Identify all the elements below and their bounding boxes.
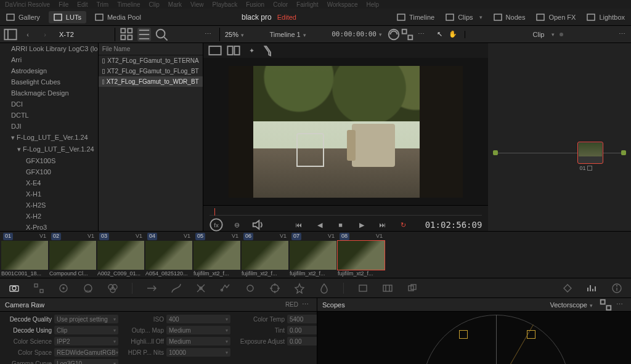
- play-icon[interactable]: ▶: [355, 218, 368, 232]
- node-menu-icon[interactable]: ⋯: [615, 28, 629, 41]
- magic-mask-icon[interactable]: [294, 283, 305, 294]
- clip-thumb[interactable]: 03V1A002_C009_01...: [97, 233, 144, 277]
- search-icon[interactable]: [155, 28, 168, 41]
- tree-item[interactable]: ARRI Look Library LogC3 (log-to...: [0, 43, 98, 54]
- view-list-icon[interactable]: [137, 28, 151, 41]
- warper-icon[interactable]: [195, 283, 206, 294]
- stop-icon[interactable]: ■: [334, 218, 348, 232]
- tree-item[interactable]: Arri: [0, 54, 98, 65]
- menu-workspace[interactable]: Workspace: [327, 1, 358, 8]
- clip-thumb[interactable]: 08V1fujifilm_xt2_f...: [338, 233, 385, 277]
- blur-icon[interactable]: [319, 283, 330, 294]
- node-input[interactable]: [493, 150, 498, 155]
- timeline-name[interactable]: Timeline 1: [269, 31, 300, 38]
- tree-item[interactable]: Astrodesign: [0, 65, 98, 76]
- menu-file[interactable]: File: [59, 1, 68, 8]
- openfx-button[interactable]: Open FX: [536, 13, 576, 22]
- clip-thumb[interactable]: 05V1fujifilm_xt2_f...: [193, 233, 240, 277]
- sidebar-toggle-icon[interactable]: [4, 28, 17, 41]
- viewer-tc-in[interactable]: 00:00:00:00: [332, 30, 377, 38]
- raw-field[interactable]: Medium▾: [166, 326, 230, 334]
- vectorscope[interactable]: [317, 312, 631, 364]
- sizing-icon[interactable]: [382, 283, 393, 294]
- corrector-node[interactable]: [577, 142, 603, 164]
- file-list[interactable]: File Name XT2_FLog_FGamut_to_ETERNAXT2_F…: [99, 43, 203, 231]
- menu-clip[interactable]: Clip: [149, 1, 160, 8]
- raw-field[interactable]: Clip▾: [54, 326, 118, 334]
- first-frame-icon[interactable]: ⏮: [292, 218, 306, 232]
- scopes-icon[interactable]: [587, 283, 598, 294]
- menu-help[interactable]: Help: [366, 1, 379, 8]
- expand-icon[interactable]: [401, 28, 414, 41]
- menu-view[interactable]: View: [190, 1, 204, 8]
- file-row[interactable]: XT2_FLog_FGamut_to_ETERNA: [99, 55, 203, 66]
- tree-item[interactable]: Blackmagic Design: [0, 87, 98, 99]
- pointer-icon[interactable]: ↖: [433, 28, 446, 41]
- camera-raw-tool-icon[interactable]: [9, 283, 20, 294]
- raw-field[interactable]: Log3G10▾: [54, 359, 118, 364]
- tracking-icon[interactable]: [269, 283, 280, 294]
- tree-item[interactable]: X-H2S: [0, 200, 98, 211]
- tree-item[interactable]: DCTL: [0, 110, 98, 121]
- raw-field[interactable]: REDWideGamutRGB▾: [54, 348, 118, 357]
- qualifier-viewer-icon[interactable]: [264, 44, 277, 57]
- timecode[interactable]: 01:02:56:09: [425, 220, 482, 230]
- fx-bypass-icon[interactable]: fx: [210, 218, 223, 232]
- breadcrumb[interactable]: X-T2: [55, 30, 78, 39]
- raw-field[interactable]: Medium▾: [166, 337, 230, 346]
- next-frame-icon[interactable]: ⏭: [376, 218, 389, 232]
- node-editor[interactable]: 01: [488, 43, 631, 231]
- scrubber[interactable]: [210, 208, 482, 216]
- 3d-icon[interactable]: [407, 283, 418, 294]
- clip-thumb[interactable]: 02V1Compound Cl...: [49, 233, 96, 277]
- menu-mark[interactable]: Mark: [168, 1, 182, 8]
- mediapool-button[interactable]: Media Pool: [95, 13, 141, 22]
- hand-icon[interactable]: ✋: [446, 28, 460, 41]
- menu-fusion[interactable]: Fusion: [246, 1, 264, 8]
- menu-color[interactable]: Color: [273, 1, 288, 8]
- menu-davinciresolve[interactable]: DaVinci Resolve: [5, 1, 50, 8]
- panel-menu-icon[interactable]: ⋯: [201, 28, 214, 41]
- motion-icon[interactable]: [146, 283, 157, 294]
- bypass-icon[interactable]: [387, 28, 401, 41]
- loop-playback-icon[interactable]: ↻: [397, 218, 410, 232]
- windows-icon[interactable]: [245, 283, 256, 294]
- keyframes-icon[interactable]: [562, 283, 573, 294]
- highlight-icon[interactable]: ✦: [245, 44, 259, 57]
- gallery-button[interactable]: Gallery: [6, 13, 40, 22]
- scope-opts-icon[interactable]: [599, 298, 613, 312]
- clip-thumb[interactable]: 07V1fujifilm_xt2_f...: [290, 233, 336, 277]
- raw-field[interactable]: 10000▾: [166, 348, 230, 357]
- rgb-mixer-icon[interactable]: [107, 283, 118, 294]
- nav-back-icon[interactable]: ‹: [21, 28, 35, 41]
- menu-edit[interactable]: Edit: [77, 1, 88, 8]
- tree-item[interactable]: DCI: [0, 99, 98, 110]
- viewer-frame[interactable]: [203, 58, 489, 205]
- raw-field[interactable]: Use project setting▾: [54, 315, 118, 323]
- tree-item[interactable]: X-H2: [0, 211, 98, 222]
- clip-thumb[interactable]: 01V1B001C001_18...: [1, 233, 48, 277]
- nodes-button[interactable]: Nodes: [494, 13, 526, 22]
- zoom-dropdown[interactable]: 25%▾: [225, 31, 244, 38]
- nav-fwd-icon[interactable]: ›: [38, 28, 52, 41]
- lut-tree[interactable]: ARRI Look Library LogC3 (log-to...ArriAs…: [0, 43, 99, 231]
- scope-mode-dropdown[interactable]: Vectorscope▾: [550, 301, 593, 309]
- tree-item[interactable]: GFX100S: [0, 155, 98, 166]
- curves-icon[interactable]: [171, 283, 182, 294]
- wheels-icon[interactable]: [58, 283, 69, 294]
- luts-button[interactable]: LUTs: [49, 11, 86, 23]
- menu-fairlight[interactable]: Fairlight: [296, 1, 319, 8]
- image-wipe-icon[interactable]: [208, 44, 222, 57]
- tree-item[interactable]: GFX100: [0, 166, 98, 177]
- menu-playback[interactable]: Playback: [213, 1, 238, 8]
- tree-item[interactable]: X-Pro3: [0, 222, 98, 231]
- menu-timeline[interactable]: Timeline: [117, 1, 140, 8]
- menu-trim[interactable]: Trim: [97, 1, 109, 8]
- hdr-icon[interactable]: HDR: [83, 283, 94, 294]
- split-icon[interactable]: [227, 44, 240, 57]
- tree-item[interactable]: X-E4: [0, 177, 98, 188]
- clip-thumb[interactable]: 04V1A054_0825120...: [145, 233, 192, 277]
- tree-item[interactable]: DJI: [0, 121, 98, 132]
- node-mode[interactable]: Clip: [533, 31, 545, 38]
- info-icon[interactable]: [611, 283, 622, 294]
